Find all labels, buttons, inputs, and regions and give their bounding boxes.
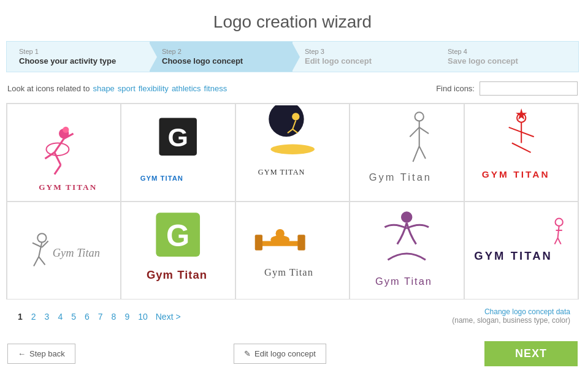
change-concept-sub: (name, slogan, business type, color) xyxy=(452,316,570,325)
logo-cell-10[interactable]: GYM TITAN xyxy=(464,202,578,300)
logo-cell-7[interactable]: G Gym Titan xyxy=(121,202,235,300)
svg-line-3 xyxy=(55,153,61,165)
find-icons-group: Find icons: xyxy=(436,81,578,96)
find-icons-label: Find icons: xyxy=(436,84,475,93)
logo-grid: GYM TITAN G GYM TITAN GYM TITAN xyxy=(6,103,579,300)
svg-line-29 xyxy=(39,257,45,265)
svg-line-4 xyxy=(55,165,61,174)
step-back-button[interactable]: ← Step back xyxy=(7,344,75,364)
page-7[interactable]: 7 xyxy=(95,311,106,323)
icon-filter-row: Look at icons related to shape sport fle… xyxy=(0,81,585,103)
filter-label: Look at icons related to xyxy=(7,84,90,93)
filter-tag-fitness[interactable]: fitness xyxy=(204,84,228,93)
edit-concept-button[interactable]: ✎ Edit logo concept xyxy=(234,344,326,364)
svg-text:G: G xyxy=(168,123,188,152)
logo-cell-4[interactable]: Gym Titan xyxy=(350,104,464,202)
page-4[interactable]: 4 xyxy=(55,311,66,323)
step1-label: Step 1 xyxy=(19,48,140,55)
svg-text:GYM TITAN: GYM TITAN xyxy=(258,168,305,176)
filter-tag-athletics[interactable]: athletics xyxy=(172,84,201,93)
svg-point-19 xyxy=(415,112,424,121)
step-1[interactable]: Step 1 Choose your activity type xyxy=(7,42,150,72)
filter-tag-shape[interactable]: shape xyxy=(93,84,114,93)
svg-point-44 xyxy=(555,219,562,226)
svg-line-47 xyxy=(554,238,557,244)
next-button[interactable]: NEXT xyxy=(484,341,578,366)
step3-label: Step 3 xyxy=(305,48,426,55)
svg-text:Gym Titan: Gym Titan xyxy=(264,266,313,278)
pencil-icon: ✎ xyxy=(244,349,251,358)
svg-line-48 xyxy=(557,238,560,244)
logo-svg-8: Gym Titan xyxy=(236,203,349,298)
svg-point-26 xyxy=(37,233,46,242)
change-concept-link[interactable]: Change logo concept data xyxy=(452,307,570,316)
step2-label: Step 2 xyxy=(162,48,283,55)
svg-line-30 xyxy=(32,243,42,247)
logo-cell-2[interactable]: G GYM TITAN xyxy=(121,104,235,202)
svg-text:Gym Titan: Gym Titan xyxy=(147,268,207,281)
step3-name: Edit logo concept xyxy=(305,56,426,66)
svg-line-24 xyxy=(511,143,530,153)
page-5[interactable]: 5 xyxy=(68,311,79,323)
next-page[interactable]: Next > xyxy=(156,312,181,322)
svg-line-45 xyxy=(557,226,559,238)
step4-label: Step 4 xyxy=(448,48,569,55)
step-2[interactable]: Step 2 Choose logo concept xyxy=(150,42,292,72)
change-concept: Change logo concept data (name, slogan, … xyxy=(445,304,578,328)
logo-cell-8[interactable]: Gym Titan xyxy=(235,202,350,300)
page-6[interactable]: 6 xyxy=(82,311,93,323)
logo-cell-1[interactable]: GYM TITAN xyxy=(7,104,121,202)
svg-point-17 xyxy=(270,145,315,154)
svg-text:GYM TITAN: GYM TITAN xyxy=(474,249,552,262)
filter-left: Look at icons related to shape sport fle… xyxy=(7,84,227,93)
filter-tag-sport[interactable]: sport xyxy=(118,84,136,93)
logo-svg-10: GYM TITAN xyxy=(465,203,578,298)
svg-line-27 xyxy=(39,243,42,257)
svg-point-42 xyxy=(401,211,412,222)
logo-cell-6[interactable]: Gym Titan xyxy=(7,202,121,300)
logo-svg-9: Gym Titan xyxy=(350,203,463,298)
logo-svg-5: GYM TITAN xyxy=(465,105,578,200)
step-3[interactable]: Step 3 Edit logo concept xyxy=(292,42,435,72)
logo-svg-7: G Gym Titan xyxy=(121,203,234,298)
step4-name: Save logo concept xyxy=(448,56,569,66)
page-3[interactable]: 3 xyxy=(42,311,53,323)
svg-text:GYM TITAN: GYM TITAN xyxy=(481,169,549,179)
page-title: Logo creation wizard xyxy=(0,0,585,41)
svg-point-40 xyxy=(275,229,284,238)
page-8[interactable]: 8 xyxy=(109,311,120,323)
step-4[interactable]: Step 4 Save logo concept xyxy=(435,42,578,72)
svg-text:G: G xyxy=(166,219,189,252)
left-arrow-icon: ← xyxy=(18,349,26,358)
svg-point-12 xyxy=(269,105,304,137)
logo-cell-5[interactable]: GYM TITAN xyxy=(464,104,578,202)
find-icons-input[interactable] xyxy=(480,81,578,96)
svg-text:Gym Titan: Gym Titan xyxy=(375,276,432,287)
filter-tag-flexibility[interactable]: flexibility xyxy=(139,84,169,93)
logo-cell-3[interactable]: GYM TITAN xyxy=(235,104,350,202)
svg-rect-38 xyxy=(297,235,305,251)
logo-svg-6: Gym Titan xyxy=(7,203,120,298)
step2-name: Choose logo concept xyxy=(162,56,283,66)
logo-cell-9[interactable]: Gym Titan xyxy=(350,202,464,300)
svg-rect-37 xyxy=(255,235,262,251)
steps-bar: Step 1 Choose your activity type Step 2 … xyxy=(6,41,579,72)
svg-text:GYM TITAN: GYM TITAN xyxy=(140,175,183,182)
pagination: 1 2 3 4 5 6 7 8 9 10 Next > xyxy=(7,304,188,329)
edit-concept-label: Edit logo concept xyxy=(254,349,316,358)
page-9[interactable]: 9 xyxy=(121,311,132,323)
logo-svg-4: Gym Titan xyxy=(350,105,463,200)
logo-svg-2: G GYM TITAN xyxy=(121,105,234,200)
svg-text:Gym Titan: Gym Titan xyxy=(369,172,432,183)
logo-svg-1: GYM TITAN xyxy=(7,105,120,200)
bottom-bar: ← Step back ✎ Edit logo concept NEXT xyxy=(0,334,585,366)
logo-svg-3: GYM TITAN xyxy=(236,105,349,200)
page-10[interactable]: 10 xyxy=(135,311,151,323)
step-back-label: Step back xyxy=(29,349,65,358)
page-1[interactable]: 1 xyxy=(15,311,26,323)
svg-point-13 xyxy=(292,113,299,120)
svg-line-28 xyxy=(34,257,39,266)
step1-name: Choose your activity type xyxy=(19,56,140,66)
page-2[interactable]: 2 xyxy=(28,311,39,323)
svg-text:Gym Titan: Gym Titan xyxy=(53,247,100,259)
